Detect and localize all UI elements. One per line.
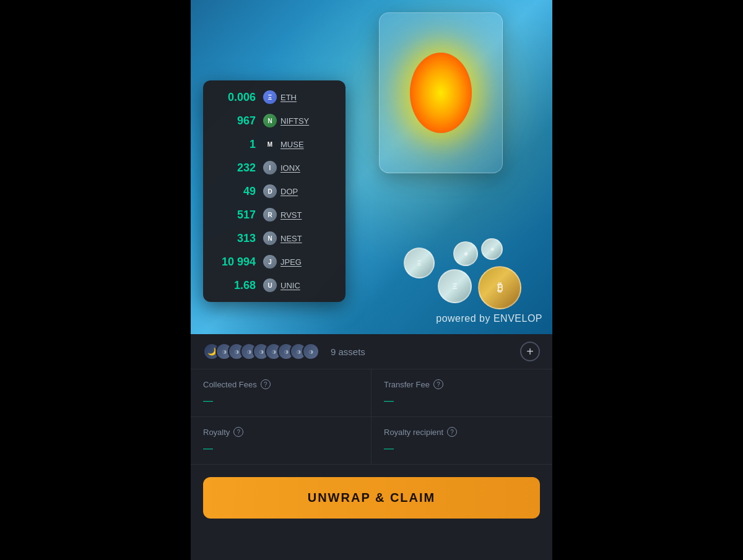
niftsy-label: NIFTSY: [280, 116, 309, 126]
info-grid-row2: Royalty ? — Royalty recipient ? —: [191, 417, 552, 465]
asset-token-dop: D DOP: [263, 184, 298, 198]
dop-icon: D: [263, 184, 277, 198]
asset-amount-rvst: 517: [215, 209, 256, 222]
coin-small-2: ◈: [481, 238, 503, 260]
assets-bar: 🌙 ◑ ◑ ◑ ◑ ◑ ◑ ◑ ◑ 9 assets +: [191, 334, 552, 369]
asset-token-unic: U UNIC: [263, 278, 300, 292]
asset-row-unic: 1.68 U UNIC: [203, 274, 345, 297]
coin-small-1: ◈: [453, 241, 478, 266]
asset-amount-unic: 1.68: [215, 279, 256, 292]
royalty-cell: Royalty ? —: [191, 417, 372, 464]
royalty-value: —: [203, 443, 358, 454]
collected-fees-label: Collected Fees ?: [203, 379, 358, 389]
nest-icon: N: [263, 231, 277, 245]
royalty-recipient-label: Royalty recipient ?: [384, 427, 540, 437]
transfer-fee-value: —: [384, 395, 540, 407]
info-grid-row1: Collected Fees ? — Transfer Fee ? —: [191, 369, 552, 417]
asset-amount-niftsy: 967: [215, 114, 256, 127]
asset-token-nest: N NEST: [263, 231, 302, 245]
asset-row-muse: 1 M MUSE: [203, 132, 345, 156]
powered-by-label: powered by ENVELOP: [436, 313, 542, 324]
asset-row-rvst: 517 R RVST: [203, 203, 345, 226]
muse-label: MUSE: [280, 140, 304, 149]
transfer-fee-cell: Transfer Fee ? —: [372, 369, 552, 416]
asset-row-ionx: 232 I IONX: [203, 156, 345, 179]
nft-card: [379, 12, 503, 173]
coin-bitcoin: ₿: [478, 266, 521, 309]
asset-row-jpeg: 10 994 J JPEG: [203, 250, 345, 274]
assets-dropdown-panel: 0.006 Ξ ETH 967 N NIFTSY 1 M MUSE: [203, 80, 345, 302]
transfer-fee-label: Transfer Fee ?: [384, 379, 540, 389]
unic-icon: U: [263, 278, 277, 292]
asset-amount-nest: 313: [215, 232, 256, 245]
main-container: ₿ Ξ Ξ ◈ ◈ 0.006 Ξ ETH: [191, 0, 552, 560]
asset-token-rvst: R RVST: [263, 208, 302, 222]
asset-amount-dop: 49: [215, 185, 256, 198]
unic-label: UNIC: [280, 281, 300, 290]
royalty-help-icon[interactable]: ?: [233, 427, 243, 437]
asset-token-niftsy: N NIFTSY: [263, 114, 309, 127]
jpeg-icon: J: [263, 255, 277, 269]
bottom-panel: 🌙 ◑ ◑ ◑ ◑ ◑ ◑ ◑ ◑ 9 assets + Collected F…: [191, 334, 552, 560]
asset-token-jpeg: J JPEG: [263, 255, 302, 269]
asset-amount-ionx: 232: [215, 162, 256, 174]
coin-eth-2: Ξ: [404, 248, 435, 278]
stack-icon-8: ◑: [302, 343, 319, 360]
coin-eth-1: Ξ: [438, 269, 472, 303]
ionx-label: IONX: [280, 163, 300, 173]
rvst-label: RVST: [280, 210, 302, 220]
unwrap-claim-button[interactable]: UNWRAP & CLAIM: [203, 477, 540, 519]
nft-oval-glow: [410, 53, 472, 133]
asset-token-muse: M MUSE: [263, 137, 304, 151]
muse-icon: M: [263, 137, 277, 151]
ionx-icon: I: [263, 161, 277, 174]
collected-fees-value: —: [203, 395, 358, 407]
asset-row-nest: 313 N NEST: [203, 226, 345, 250]
asset-row-eth: 0.006 Ξ ETH: [203, 85, 345, 109]
rvst-icon: R: [263, 208, 277, 222]
collected-fees-cell: Collected Fees ? —: [191, 369, 372, 416]
royalty-recipient-cell: Royalty recipient ? —: [372, 417, 552, 464]
assets-icon-stack: 🌙 ◑ ◑ ◑ ◑ ◑ ◑ ◑ ◑: [203, 343, 319, 360]
asset-token-ionx: I IONX: [263, 161, 300, 174]
royalty-label: Royalty ?: [203, 427, 358, 437]
asset-amount-jpeg: 10 994: [215, 256, 256, 269]
eth-label: ETH: [280, 93, 297, 102]
assets-count-label: 9 assets: [331, 347, 365, 357]
nest-label: NEST: [280, 234, 302, 243]
jpeg-label: JPEG: [280, 257, 302, 267]
collected-fees-help-icon[interactable]: ?: [261, 379, 271, 389]
transfer-fee-help-icon[interactable]: ?: [433, 379, 443, 389]
dop-label: DOP: [280, 187, 298, 196]
asset-row-niftsy: 967 N NIFTSY: [203, 109, 345, 132]
niftsy-icon: N: [263, 114, 277, 127]
asset-token-eth: Ξ ETH: [263, 90, 297, 104]
coins-area: ₿ Ξ Ξ ◈ ◈: [367, 223, 540, 309]
asset-amount-eth: 0.006: [215, 91, 256, 104]
asset-amount-muse: 1: [215, 138, 256, 151]
add-asset-button[interactable]: +: [520, 342, 540, 361]
asset-row-dop: 49 D DOP: [203, 179, 345, 203]
royalty-recipient-value: —: [384, 443, 540, 454]
royalty-recipient-help-icon[interactable]: ?: [447, 427, 457, 437]
eth-icon: Ξ: [263, 90, 277, 104]
hero-image: ₿ Ξ Ξ ◈ ◈ 0.006 Ξ ETH: [191, 0, 552, 334]
